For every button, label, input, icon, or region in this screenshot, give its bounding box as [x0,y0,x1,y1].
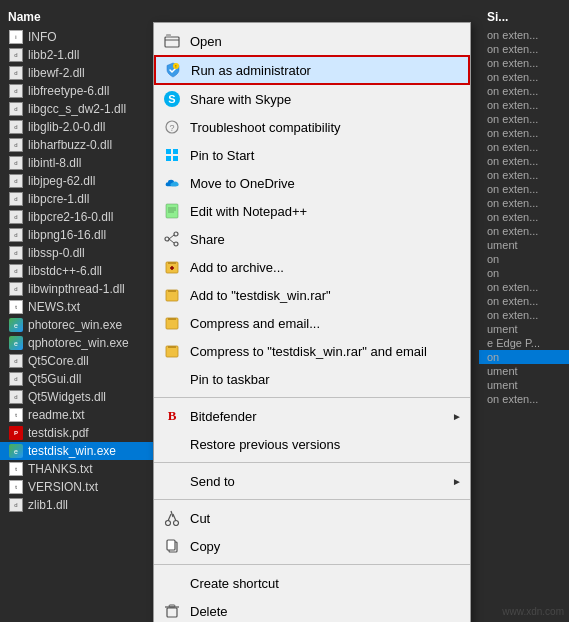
name-column-header: Name [0,8,160,28]
menu-item-add-archive-label: Add to archive... [190,260,454,275]
menu-item-notepadpp-label: Edit with Notepad++ [190,204,454,219]
menu-item-notepadpp[interactable]: Edit with Notepad++ [154,197,470,225]
file-icon: d [8,227,24,243]
menu-item-add-rar[interactable]: Add to "testdisk_win.rar" [154,281,470,309]
menu-item-compress-email[interactable]: Compress and email... [154,309,470,337]
svg-text:?: ? [169,123,174,133]
menu-item-send-to-label: Send to [190,474,454,489]
menu-item-restore-versions-label: Restore previous versions [190,437,454,452]
file-item[interactable]: d libharfbuzz-0.dll [0,136,160,154]
context-menu: Open ! Run as administrator S Share with… [153,22,471,622]
file-item[interactable]: d libglib-2.0-0.dll [0,118,160,136]
file-icon: d [8,155,24,171]
file-icon: t [8,479,24,495]
file-icon: d [8,209,24,225]
menu-item-run-as-admin[interactable]: ! Run as administrator [154,55,470,85]
menu-item-bitdefender[interactable]: B Bitdefender ► [154,402,470,430]
file-icon: d [8,191,24,207]
menu-item-onedrive[interactable]: Move to OneDrive [154,169,470,197]
file-item[interactable]: d libpng16-16.dll [0,226,160,244]
file-icon: d [8,101,24,117]
menu-item-compress-rar-email-label: Compress to "testdisk_win.rar" and email [190,344,454,359]
file-item[interactable]: d Qt5Widgets.dll [0,388,160,406]
file-explorer: Name i INFO d libb2-1.dll d libewf-2.dll… [0,0,569,622]
compress-email-icon [162,313,182,333]
watermark: www.xdn.com [502,606,564,617]
svg-rect-35 [169,605,175,607]
menu-separator-3 [154,499,470,500]
file-item[interactable]: t VERSION.txt [0,478,160,496]
svg-rect-33 [167,608,177,617]
file-item[interactable]: d libintl-8.dll [0,154,160,172]
menu-item-compress-rar-email[interactable]: Compress to "testdisk_win.rar" and email [154,337,470,365]
svg-point-11 [174,232,178,236]
svg-line-30 [171,511,173,517]
menu-item-restore-versions[interactable]: Restore previous versions [154,430,470,458]
file-icon: d [8,119,24,135]
svg-line-29 [173,514,176,521]
menu-item-copy[interactable]: Copy [154,532,470,560]
svg-line-28 [168,514,171,521]
file-item[interactable]: d Qt5Core.dll [0,352,160,370]
menu-item-troubleshoot[interactable]: ? Troubleshoot compatibility [154,113,470,141]
file-item[interactable]: t NEWS.txt [0,298,160,316]
menu-item-share[interactable]: Share [154,225,470,253]
file-item[interactable]: d Qt5Gui.dll [0,370,160,388]
file-icon: d [8,83,24,99]
file-item-selected[interactable]: e testdisk_win.exe [0,442,160,460]
file-item[interactable]: e qphotorec_win.exe [0,334,160,352]
file-icon: d [8,245,24,261]
file-item[interactable]: d libgcc_s_dw2-1.dll [0,100,160,118]
file-icon: e [8,335,24,351]
file-item[interactable]: e photorec_win.exe [0,316,160,334]
file-item[interactable]: d libpcre-1.dll [0,190,160,208]
menu-item-open-label: Open [190,34,454,49]
send-to-submenu-arrow: ► [452,476,462,487]
file-item[interactable]: d libb2-1.dll [0,46,160,64]
svg-rect-23 [168,318,176,320]
file-icon: d [8,371,24,387]
file-item[interactable]: t THANKS.txt [0,460,160,478]
menu-item-skype-label: Share with Skype [190,92,454,107]
file-item[interactable]: P testdisk.pdf [0,424,160,442]
file-icon: t [8,299,24,315]
menu-item-send-to[interactable]: Send to ► [154,467,470,495]
open-icon [162,31,182,51]
file-item[interactable]: d libstdc++-6.dll [0,262,160,280]
menu-separator-4 [154,564,470,565]
svg-line-15 [169,239,174,243]
menu-item-pin-start[interactable]: Pin to Start [154,141,470,169]
cut-icon [162,508,182,528]
file-item[interactable]: d libfreetype-6.dll [0,82,160,100]
menu-item-delete-label: Delete [190,604,454,619]
file-icon: d [8,137,24,153]
send-to-icon [162,471,182,491]
svg-rect-17 [168,262,176,264]
file-item[interactable]: t readme.txt [0,406,160,424]
menu-item-share-skype[interactable]: S Share with Skype [154,85,470,113]
file-item[interactable]: d libjpeg-62.dll [0,172,160,190]
file-icon: d [8,47,24,63]
svg-point-26 [166,521,171,526]
menu-item-troubleshoot-label: Troubleshoot compatibility [190,120,454,135]
file-item[interactable]: d libewf-2.dll [0,64,160,82]
file-item[interactable]: d libpcre2-16-0.dll [0,208,160,226]
menu-item-cut-label: Cut [190,511,454,526]
file-item[interactable]: i INFO [0,28,160,46]
shield-run-icon: ! [163,60,183,80]
svg-text:!: ! [175,64,176,69]
skype-icon: S [162,89,182,109]
menu-item-pin-taskbar-label: Pin to taskbar [190,372,454,387]
menu-item-pin-taskbar[interactable]: Pin to taskbar [154,365,470,393]
menu-item-delete[interactable]: Delete [154,597,470,622]
file-item[interactable]: d libwinpthread-1.dll [0,280,160,298]
menu-item-add-archive[interactable]: Add to archive... [154,253,470,281]
file-item[interactable]: d libssp-0.dll [0,244,160,262]
file-item[interactable]: d zlib1.dll [0,496,160,514]
menu-item-cut[interactable]: Cut [154,504,470,532]
menu-item-create-shortcut-label: Create shortcut [190,576,454,591]
file-icon: d [8,263,24,279]
menu-item-open[interactable]: Open [154,27,470,55]
pin-taskbar-icon [162,369,182,389]
menu-item-create-shortcut[interactable]: Create shortcut [154,569,470,597]
